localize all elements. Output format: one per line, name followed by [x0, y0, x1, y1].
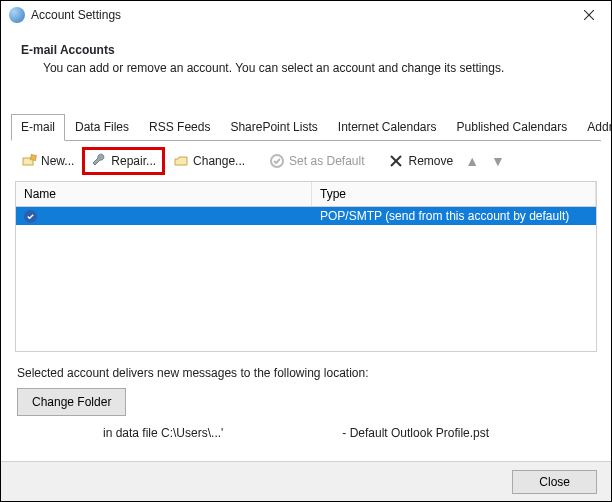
- remove-button[interactable]: Remove: [384, 151, 457, 171]
- change-folder-button[interactable]: Change Folder: [17, 388, 126, 416]
- dialog-close-button[interactable]: Close: [512, 470, 597, 494]
- close-icon: [584, 10, 594, 20]
- list-header: Name Type: [15, 181, 597, 206]
- header-title: E-mail Accounts: [21, 43, 591, 57]
- delivery-path: in data file C:\Users\...' - Default Out…: [17, 420, 595, 440]
- default-check-icon: [24, 210, 37, 223]
- account-list[interactable]: POP/SMTP (send from this account by defa…: [15, 206, 597, 352]
- footer: Selected account delivers new messages t…: [1, 352, 611, 440]
- delivery-note: Selected account delivers new messages t…: [17, 366, 595, 380]
- move-up-button: ▲: [461, 152, 483, 170]
- bottom-bar: Close: [1, 461, 611, 501]
- tab-published-calendars[interactable]: Published Calendars: [447, 114, 578, 141]
- tab-internet-calendars[interactable]: Internet Calendars: [328, 114, 447, 141]
- move-down-button: ▼: [487, 152, 509, 170]
- new-button[interactable]: New...: [17, 151, 78, 171]
- new-label: New...: [41, 154, 74, 168]
- arrow-up-icon: ▲: [465, 154, 479, 168]
- tabstrip: E-mail Data Files RSS Feeds SharePoint L…: [11, 113, 601, 141]
- account-name-cell: [16, 210, 312, 223]
- svg-rect-3: [31, 155, 37, 161]
- column-name[interactable]: Name: [16, 182, 312, 206]
- tab-sharepoint-lists[interactable]: SharePoint Lists: [220, 114, 327, 141]
- tab-address-books[interactable]: Address Books: [577, 114, 612, 141]
- column-type[interactable]: Type: [312, 182, 596, 206]
- repair-label: Repair...: [111, 154, 156, 168]
- wrench-icon: [91, 153, 107, 169]
- repair-button[interactable]: Repair...: [87, 151, 160, 171]
- change-button[interactable]: Change...: [169, 151, 249, 171]
- tab-email[interactable]: E-mail: [11, 114, 65, 141]
- open-folder-icon: [173, 153, 189, 169]
- path-suffix: - Default Outlook Profile.pst: [342, 426, 489, 440]
- titlebar: Account Settings: [1, 1, 611, 29]
- header-subtitle: You can add or remove an account. You ca…: [21, 57, 591, 75]
- path-prefix: in data file C:\Users\...': [103, 426, 339, 440]
- remove-icon: [388, 153, 404, 169]
- app-icon: [9, 7, 25, 23]
- list-item[interactable]: POP/SMTP (send from this account by defa…: [16, 207, 596, 225]
- toolbar: New... Repair... Change... Set as Defaul…: [1, 141, 611, 181]
- tab-rss-feeds[interactable]: RSS Feeds: [139, 114, 220, 141]
- account-type: POP/SMTP (send from this account by defa…: [312, 209, 596, 223]
- repair-highlight: Repair...: [82, 147, 165, 175]
- arrow-down-icon: ▼: [491, 154, 505, 168]
- window-title: Account Settings: [31, 8, 567, 22]
- tab-data-files[interactable]: Data Files: [65, 114, 139, 141]
- set-default-label: Set as Default: [289, 154, 364, 168]
- close-button[interactable]: [567, 2, 611, 29]
- remove-label: Remove: [408, 154, 453, 168]
- change-label: Change...: [193, 154, 245, 168]
- set-default-button: Set as Default: [265, 151, 368, 171]
- check-circle-icon: [269, 153, 285, 169]
- tabs-container: E-mail Data Files RSS Feeds SharePoint L…: [1, 113, 611, 141]
- new-icon: [21, 153, 37, 169]
- dialog-header: E-mail Accounts You can add or remove an…: [1, 29, 611, 85]
